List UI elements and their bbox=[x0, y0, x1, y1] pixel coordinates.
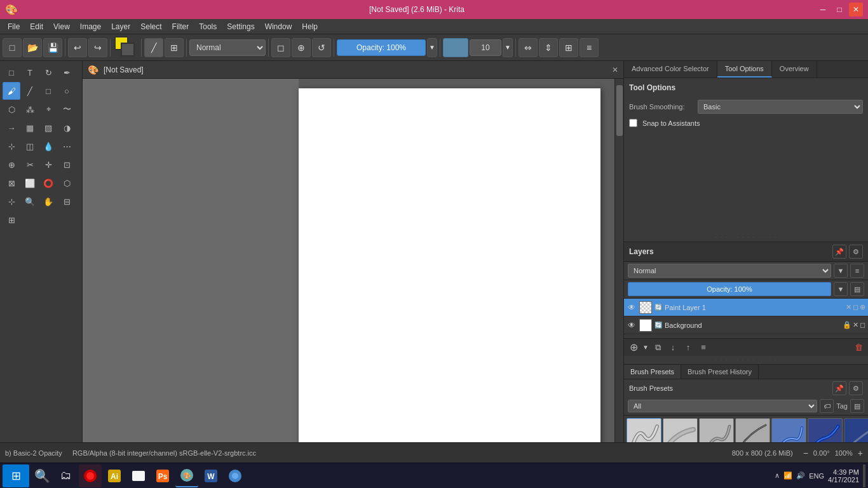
color-selector[interactable] bbox=[114, 36, 137, 59]
layer-action-1[interactable]: ✕ bbox=[853, 321, 858, 329]
tab-brush-preset-history[interactable]: Brush Preset History bbox=[681, 365, 759, 379]
search-taskbar-button[interactable]: 🔍 bbox=[31, 464, 53, 487]
krita-taskbar-button[interactable]: 🎨 bbox=[175, 464, 198, 487]
layer-visibility-toggle[interactable]: 👁 bbox=[627, 320, 637, 330]
ellipse-tool[interactable]: ○ bbox=[58, 82, 76, 100]
redo-button[interactable]: ↪ bbox=[88, 38, 107, 57]
bp-settings-button[interactable]: ⚙ bbox=[849, 381, 863, 395]
mirror-tool[interactable]: ⊟ bbox=[58, 193, 76, 210]
show-desktop-button[interactable] bbox=[863, 464, 865, 487]
tab-overview[interactable]: Overview bbox=[772, 61, 817, 78]
menu-item-select[interactable]: Select bbox=[135, 21, 166, 32]
bp-tag-button[interactable]: 🏷 bbox=[820, 399, 834, 413]
line-tool[interactable]: ╱ bbox=[21, 82, 39, 100]
bp-filter-select[interactable]: All Ink Pencil bbox=[628, 400, 817, 412]
canvas-document[interactable] bbox=[299, 88, 600, 454]
canvas-scroll-area[interactable] bbox=[83, 79, 623, 463]
opacity-down-button[interactable]: ▼ bbox=[427, 38, 437, 57]
menu-item-settings[interactable]: Settings bbox=[222, 21, 259, 32]
word-taskbar-button[interactable]: W bbox=[200, 464, 222, 487]
contiguous-selection-tool[interactable]: ⊹ bbox=[3, 193, 20, 210]
move-layer-down-button[interactable]: ↓ bbox=[666, 341, 680, 355]
open-file-button[interactable]: 📂 bbox=[23, 38, 42, 57]
enclose-fill-tool[interactable]: ⊕ bbox=[3, 156, 20, 173]
brush-preset-item[interactable] bbox=[699, 418, 734, 445]
gradient-tool[interactable]: ▧ bbox=[39, 119, 57, 137]
ellipse-selection-tool[interactable]: ⭕ bbox=[39, 174, 57, 192]
freehand-selection-tool[interactable]: ⬡ bbox=[58, 174, 76, 192]
menu-item-view[interactable]: View bbox=[48, 21, 75, 32]
close-button[interactable]: ✕ bbox=[849, 3, 863, 17]
freehand-brush-tool[interactable]: 🖌 bbox=[3, 82, 20, 100]
show-hidden-tray[interactable]: ∧ bbox=[775, 471, 780, 480]
menu-item-image[interactable]: Image bbox=[75, 21, 106, 32]
opacity-bar[interactable]: Opacity: 100% bbox=[337, 39, 426, 56]
brush-preset-item[interactable] bbox=[844, 418, 868, 445]
blend-mode-select[interactable]: Normal Multiply Screen bbox=[189, 39, 266, 56]
eyedropper-tool[interactable]: 💧 bbox=[39, 137, 57, 155]
menu-item-help[interactable]: Help bbox=[297, 21, 323, 32]
bp-pin-button[interactable]: 📌 bbox=[832, 381, 846, 395]
layer-blend-mode-select[interactable]: Normal Multiply bbox=[628, 264, 831, 278]
fill-tool[interactable]: ▦ bbox=[21, 119, 39, 137]
move-layer-up-button[interactable]: ↑ bbox=[681, 341, 695, 355]
transform-tool[interactable]: □ bbox=[3, 64, 20, 81]
snap-to-assistants-checkbox[interactable] bbox=[629, 119, 637, 127]
toolbar-options-button[interactable]: ≡ bbox=[580, 38, 599, 57]
brush-preset-item[interactable] bbox=[808, 418, 843, 445]
wrap-button[interactable]: ⊞ bbox=[559, 38, 578, 57]
vscroll-thumb[interactable] bbox=[616, 85, 623, 136]
start-button[interactable]: ⊞ bbox=[3, 464, 29, 487]
colorize-mask-tool[interactable]: ◑ bbox=[58, 119, 76, 137]
zoom-tool[interactable]: 🔍 bbox=[21, 193, 39, 210]
crop-tool[interactable]: ✂ bbox=[21, 156, 39, 173]
app3-taskbar[interactable] bbox=[127, 464, 150, 487]
layer-action-2[interactable]: ◻ bbox=[853, 303, 858, 311]
multibrush-tool[interactable]: ⁂ bbox=[21, 100, 39, 118]
brush-preset-item[interactable] bbox=[735, 418, 770, 445]
calligraphy-tool[interactable]: ✒ bbox=[58, 64, 76, 81]
layers-pin-button[interactable]: 📌 bbox=[832, 245, 846, 259]
menu-item-tools[interactable]: Tools bbox=[194, 21, 222, 32]
layers-opacity-down[interactable]: ▼ bbox=[834, 282, 848, 296]
rect-selection-tool[interactable]: ⬜ bbox=[21, 174, 39, 192]
dynamic-brush-tool[interactable]: 〜 bbox=[58, 100, 76, 118]
layers-options-button[interactable]: ≡ bbox=[850, 264, 864, 278]
layer-action-3[interactable]: ⊕ bbox=[860, 303, 865, 311]
menu-item-layer[interactable]: Layer bbox=[106, 21, 135, 32]
brush-smoothing-select[interactable]: Basic None Stabilizer Weighted bbox=[698, 100, 863, 114]
color-picker-tool[interactable]: ◫ bbox=[21, 137, 39, 155]
polygon-tool[interactable]: ⬡ bbox=[3, 100, 20, 118]
perspective-tool[interactable]: ⊠ bbox=[3, 174, 20, 192]
volume-icon[interactable]: 🔊 bbox=[796, 471, 805, 480]
mirror-h-button[interactable]: ⇔ bbox=[519, 38, 538, 57]
layer-item[interactable]: 👁 🔄 Background 🔒 ✕ ◻ bbox=[624, 316, 868, 334]
smart-patch-tool[interactable]: → bbox=[3, 119, 20, 137]
tab-advanced-color[interactable]: Advanced Color Selector bbox=[624, 61, 717, 78]
delete-layer-button[interactable]: 🗑 bbox=[851, 341, 865, 355]
reset-button[interactable]: ↺ bbox=[312, 38, 331, 57]
tab-brush-presets[interactable]: Brush Presets bbox=[624, 365, 681, 379]
tab-tool-options[interactable]: Tool Options bbox=[717, 61, 772, 78]
layer-visibility-toggle[interactable]: 👁 bbox=[627, 302, 637, 313]
vertical-scrollbar[interactable] bbox=[614, 79, 623, 454]
zoom-out-icon[interactable]: − bbox=[803, 448, 808, 458]
language-indicator[interactable]: ENG bbox=[809, 472, 824, 480]
browser-taskbar-button[interactable] bbox=[224, 464, 247, 487]
brush-preset-item[interactable] bbox=[771, 418, 806, 445]
app1-taskbar[interactable] bbox=[79, 464, 102, 487]
menu-item-filter[interactable]: Filter bbox=[167, 21, 194, 32]
brush-preset-button[interactable]: ╱ bbox=[144, 38, 163, 57]
menu-item-edit[interactable]: Edit bbox=[25, 21, 48, 32]
layer-action-2[interactable]: ◻ bbox=[860, 321, 865, 329]
smart-selection-tool[interactable]: ⊹ bbox=[3, 137, 20, 155]
bp-layout-button[interactable]: ▤ bbox=[850, 399, 864, 413]
layer-properties-button[interactable]: ≡ bbox=[696, 341, 710, 355]
layer-action-1[interactable]: ✕ bbox=[846, 303, 851, 311]
brush-preset-item[interactable] bbox=[627, 418, 661, 445]
file-explorer-taskbar-button[interactable]: 🗂 bbox=[55, 464, 78, 487]
layers-channel-button[interactable]: ▤ bbox=[850, 282, 864, 296]
menu-item-window[interactable]: Window bbox=[260, 21, 297, 32]
save-button[interactable]: 💾 bbox=[43, 38, 62, 57]
freehand-rotate-tool[interactable]: ↻ bbox=[39, 64, 57, 81]
